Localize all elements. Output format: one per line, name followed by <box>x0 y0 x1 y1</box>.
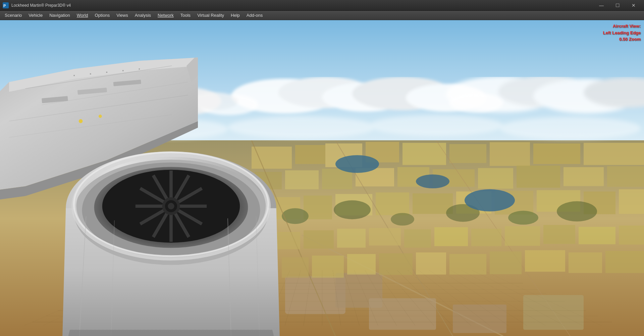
title-bar: P Lockheed Martin® Prepar3D® v4 — ☐ ✕ <box>0 0 644 11</box>
svg-rect-9 <box>402 143 446 165</box>
aircraft-engine <box>54 135 288 336</box>
menu-item-world[interactable]: World <box>73 11 92 19</box>
svg-point-133 <box>168 203 174 209</box>
menu-item-network[interactable]: Network <box>154 11 177 19</box>
svg-point-36 <box>391 213 414 226</box>
close-button[interactable]: ✕ <box>626 1 641 10</box>
svg-point-39 <box>557 201 597 221</box>
menu-item-analysis[interactable]: Analysis <box>131 11 154 19</box>
svg-rect-6 <box>295 145 325 164</box>
app-icon: P <box>3 2 9 8</box>
menu-item-vehicle[interactable]: Vehicle <box>25 11 46 19</box>
svg-rect-68 <box>569 252 602 273</box>
svg-rect-15 <box>285 170 319 189</box>
menu-item-tools[interactable]: Tools <box>177 11 194 19</box>
svg-point-112 <box>79 119 83 123</box>
hud-zoom-level: 0.50 Zoom <box>603 36 641 43</box>
flight-viewport: Aircraft View: Left Leading Edge 0.50 Zo… <box>0 20 644 336</box>
svg-rect-13 <box>584 143 644 165</box>
svg-point-47 <box>416 174 449 188</box>
maximize-button[interactable]: ☐ <box>610 1 625 10</box>
svg-point-38 <box>508 210 538 224</box>
svg-point-109 <box>106 71 107 73</box>
window-controls: — ☐ ✕ <box>594 1 641 10</box>
title-bar-left: P Lockheed Martin® Prepar3D® v4 <box>3 2 71 8</box>
svg-rect-54 <box>434 227 468 246</box>
svg-rect-22 <box>564 167 604 186</box>
menu-item-help[interactable]: Help <box>227 11 243 19</box>
svg-rect-51 <box>337 229 366 247</box>
svg-rect-58 <box>579 227 615 244</box>
title-text: Lockheed Martin® Prepar3D® v4 <box>11 3 71 8</box>
menu-item-add-ons[interactable]: Add-ons <box>243 11 266 19</box>
minimize-button[interactable]: — <box>594 1 609 10</box>
svg-point-111 <box>139 68 140 70</box>
svg-rect-52 <box>369 228 401 245</box>
menu-item-options[interactable]: Options <box>91 11 113 19</box>
svg-rect-59 <box>619 226 644 244</box>
hud-overlay: Aircraft View: Left Leading Edge 0.50 Zo… <box>603 23 641 43</box>
hud-view-name: Left Leading Edge <box>603 30 641 36</box>
svg-rect-21 <box>517 165 560 188</box>
svg-rect-53 <box>404 229 431 248</box>
svg-rect-56 <box>505 226 540 246</box>
svg-rect-27 <box>376 192 409 215</box>
menu-item-virtual-reality[interactable]: Virtual Reality <box>194 11 227 19</box>
menu-bar: ScenarioVehicleNavigationWorldOptionsVie… <box>0 11 644 20</box>
svg-rect-10 <box>449 144 486 163</box>
svg-rect-23 <box>607 166 644 187</box>
svg-text:P: P <box>3 4 6 8</box>
svg-rect-69 <box>605 251 644 273</box>
svg-point-113 <box>99 114 102 118</box>
svg-rect-67 <box>525 250 565 272</box>
hud-aircraft-view-label: Aircraft View: <box>603 23 641 30</box>
svg-rect-50 <box>304 230 334 249</box>
svg-rect-11 <box>490 142 530 166</box>
svg-point-35 <box>334 200 371 219</box>
svg-rect-33 <box>619 189 644 213</box>
menu-item-scenario[interactable]: Scenario <box>1 11 25 19</box>
svg-point-48 <box>465 189 515 211</box>
svg-rect-57 <box>543 225 575 244</box>
menu-item-views[interactable]: Views <box>113 11 131 19</box>
svg-point-107 <box>73 75 75 76</box>
svg-point-108 <box>90 73 91 75</box>
svg-point-46 <box>335 155 379 173</box>
svg-rect-20 <box>478 168 513 188</box>
menu-item-navigation[interactable]: Navigation <box>46 11 73 19</box>
svg-point-110 <box>122 70 124 71</box>
svg-rect-55 <box>471 229 501 246</box>
svg-rect-12 <box>533 143 580 164</box>
